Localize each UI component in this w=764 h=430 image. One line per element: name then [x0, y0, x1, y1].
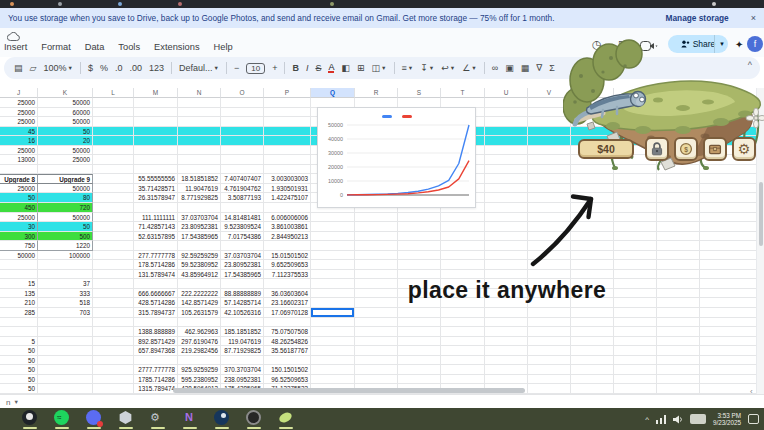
- cell-M[interactable]: [134, 108, 178, 118]
- cell-O[interactable]: [221, 165, 264, 175]
- cell-K[interactable]: 60000: [38, 108, 93, 118]
- taskbar-app-spotify[interactable]: ≈: [54, 410, 69, 425]
- cell-Q[interactable]: [311, 298, 355, 308]
- cell-J[interactable]: 50: [0, 193, 38, 203]
- cell-J[interactable]: 300: [0, 232, 38, 242]
- cell-P[interactable]: 1.422475107: [264, 193, 311, 203]
- create-filter-icon[interactable]: ∇: [536, 63, 542, 73]
- cell-V[interactable]: [528, 365, 571, 375]
- cell-K[interactable]: [38, 356, 93, 366]
- menu-item-help[interactable]: Help: [214, 42, 233, 52]
- cell-K[interactable]: 1220: [38, 241, 93, 251]
- cell-N[interactable]: 23.80952381: [178, 222, 221, 232]
- cell-W[interactable]: [571, 98, 614, 108]
- scroll-right-arrow[interactable]: ‹: [750, 387, 753, 396]
- lock-button[interactable]: [645, 137, 669, 161]
- cell-O[interactable]: 7.01754386: [221, 232, 264, 242]
- cell-V[interactable]: [528, 241, 571, 251]
- cell-U[interactable]: [485, 184, 528, 194]
- cell-T[interactable]: [441, 327, 485, 337]
- cell-Z[interactable]: [700, 327, 764, 337]
- manage-storage-link[interactable]: Manage storage: [666, 13, 729, 23]
- cell-X[interactable]: [614, 375, 657, 385]
- column-header-O[interactable]: O: [221, 88, 264, 98]
- cell-M[interactable]: [134, 356, 178, 366]
- cell-K[interactable]: 20: [38, 136, 93, 146]
- chest-button[interactable]: [703, 137, 727, 161]
- cell-P[interactable]: [264, 203, 311, 213]
- column-header-Y[interactable]: Y: [657, 88, 700, 98]
- cell-K[interactable]: [38, 375, 93, 385]
- cell-O[interactable]: [221, 146, 264, 156]
- cell-K[interactable]: 50000: [38, 117, 93, 127]
- cell-Y[interactable]: [657, 260, 700, 270]
- cell-O[interactable]: [221, 108, 264, 118]
- cell-N[interactable]: 43.85964912: [178, 270, 221, 280]
- text-wrap-icon[interactable]: ↩▼: [441, 63, 455, 73]
- cell-U[interactable]: [485, 136, 528, 146]
- cell-N[interactable]: [178, 203, 221, 213]
- cell-W[interactable]: [571, 184, 614, 194]
- cell-K[interactable]: 50: [38, 127, 93, 137]
- cell-V[interactable]: [528, 184, 571, 194]
- cell-V[interactable]: [528, 155, 571, 165]
- cell-L[interactable]: [93, 203, 134, 213]
- cell-R[interactable]: [355, 337, 398, 347]
- cell-T[interactable]: [441, 365, 485, 375]
- cell-V[interactable]: [528, 327, 571, 337]
- cell-Q[interactable]: [311, 222, 355, 232]
- gemini-sparkle-icon[interactable]: ✦: [735, 39, 743, 50]
- cell-O[interactable]: [221, 241, 264, 251]
- meet-camera-icon[interactable]: [640, 41, 658, 51]
- cell-N[interactable]: [178, 98, 221, 108]
- cell-X[interactable]: [614, 98, 657, 108]
- cell-K[interactable]: 703: [38, 308, 93, 318]
- cell-Q[interactable]: [311, 356, 355, 366]
- cell-S[interactable]: [398, 318, 441, 328]
- cell-T[interactable]: [441, 375, 485, 385]
- cell-X[interactable]: [614, 117, 657, 127]
- cell-S[interactable]: [398, 375, 441, 385]
- cell-V[interactable]: [528, 337, 571, 347]
- cell-T[interactable]: [441, 222, 485, 232]
- cell-Q[interactable]: [311, 241, 355, 251]
- cell-W[interactable]: [571, 193, 614, 203]
- borders-icon[interactable]: ⊞: [357, 63, 365, 73]
- cell-J[interactable]: [0, 165, 38, 175]
- cell-M[interactable]: 2777.777778: [134, 365, 178, 375]
- cell-N[interactable]: 219.2982456: [178, 346, 221, 356]
- cell-R[interactable]: [355, 279, 398, 289]
- print-icon[interactable]: ▤: [14, 63, 23, 73]
- cell-L[interactable]: [93, 108, 134, 118]
- cell-U[interactable]: [485, 375, 528, 385]
- cell-Y[interactable]: [657, 108, 700, 118]
- cell-X[interactable]: [614, 327, 657, 337]
- cell-N[interactable]: [178, 127, 221, 137]
- cell-N[interactable]: [178, 279, 221, 289]
- cell-U[interactable]: [485, 174, 528, 184]
- insert-link-icon[interactable]: ∞: [492, 63, 498, 73]
- cell-N[interactable]: 925.9259259: [178, 365, 221, 375]
- cell-P[interactable]: 6.006006006: [264, 213, 311, 223]
- cell-P[interactable]: 7.112375533: [264, 270, 311, 280]
- cell-S[interactable]: [398, 346, 441, 356]
- keyboard-language-badge[interactable]: [690, 414, 706, 424]
- cell-Y[interactable]: [657, 203, 700, 213]
- cell-U[interactable]: [485, 146, 528, 156]
- cell-X[interactable]: [614, 318, 657, 328]
- paint-format-icon[interactable]: ▱: [30, 63, 37, 73]
- cell-Z[interactable]: [700, 260, 764, 270]
- cell-P[interactable]: 3.861003861: [264, 222, 311, 232]
- cell-W[interactable]: [571, 241, 614, 251]
- cell-M[interactable]: 52.63157895: [134, 232, 178, 242]
- cell-N[interactable]: 142.8571429: [178, 298, 221, 308]
- cell-N[interactable]: 105.2631579: [178, 308, 221, 318]
- cell-N[interactable]: [178, 136, 221, 146]
- money-button[interactable]: $40: [578, 139, 634, 159]
- cell-Z[interactable]: [700, 117, 764, 127]
- cell-R[interactable]: [355, 375, 398, 385]
- cell-M[interactable]: 178.5714286: [134, 260, 178, 270]
- cell-O[interactable]: 185.1851852: [221, 327, 264, 337]
- cell-M[interactable]: 71.42857143: [134, 222, 178, 232]
- decrease-font-size-icon[interactable]: −: [234, 63, 239, 73]
